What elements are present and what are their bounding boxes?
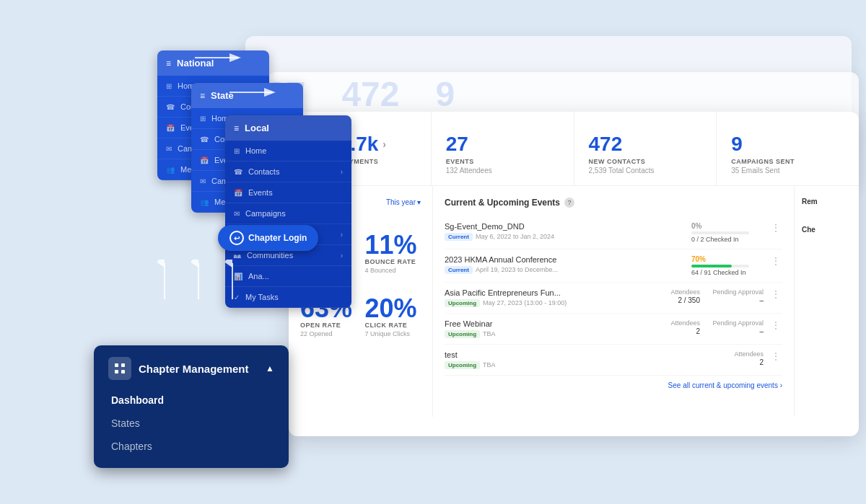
up-arrow-1 [157,260,172,303]
chevron-right-icon: › [382,139,386,150]
event-row: Sg-Event_Demo_DND Current May 6, 2022 to… [445,216,782,249]
calendar-icon: 📅 [234,189,242,197]
menu-icon: ≡ [200,91,205,101]
reminder-section: Rem Che [794,186,859,417]
event-row: 2023 HKMA Annual Conference Current Apri… [445,249,782,283]
sidebar-local-contacts[interactable]: ☎ Contacts › [225,162,351,182]
metric-click-rate: 20% CLICK RATE 7 Unique Clicks [365,296,421,337]
svg-rect-3 [121,370,125,373]
chapter-management-panel: Chapter Management ▲ Dashboard States Ch… [94,345,289,468]
expand-icon: › [341,231,343,239]
event-menu-button[interactable]: ⋮ [769,350,782,362]
home-icon: ⊞ [166,82,172,90]
sidebar-state-header: ≡ State [191,83,303,108]
campaigns-icon: ✉ [166,145,172,153]
event-menu-button[interactable]: ⋮ [769,288,782,300]
login-icon: ↩ [229,231,244,245]
chapter-mgmt-states[interactable]: States [108,413,274,433]
chapter-login-button[interactable]: ↩ Chapter Login [218,225,318,251]
chapter-mgmt-dashboard[interactable]: Dashboard [108,390,274,410]
sidebar-national-header: ≡ National [157,50,269,76]
help-icon[interactable]: ? [564,198,574,208]
chapter-mgmt-menu: Dashboard States Chapters [108,390,274,456]
contacts-icon: ☎ [234,168,242,176]
stat-events: 27 EVENTS 132 Attendees [432,112,574,185]
sidebar-local-header: ≡ Local [225,115,351,141]
card-bottom: Campaign This year ▾ Summary 35 EMAILS S… [289,186,859,417]
year-filter[interactable]: This year ▾ [386,198,421,206]
sidebar-local-campaigns[interactable]: ✉ Campaigns [225,203,351,224]
svg-rect-0 [115,363,118,367]
menu-icon: ≡ [234,123,239,133]
metric-bounce-rate: 11% BOUNCE RATE 4 Bounced [365,232,421,274]
events-section: Current & Upcoming Events ? Sg-Event_Dem… [433,186,794,417]
collapse-icon[interactable]: ▲ [266,363,274,373]
sidebar-local-analytics[interactable]: 📊 Ana... [225,266,351,287]
event-menu-button[interactable]: ⋮ [769,255,782,267]
home-icon: ⊞ [234,147,240,155]
sidebar-local-mytasks[interactable]: ✓ My Tasks [225,287,351,308]
sidebar-local: ≡ Local ⊞ Home ☎ Contacts › 📅 Events ✉ C… [225,115,351,308]
expand-icon: › [341,252,343,260]
analytics-icon: 📊 [234,273,242,280]
chapter-mgmt-header: Chapter Management ▲ [108,357,274,380]
contacts-icon: ☎ [166,103,175,111]
chevron-down-icon: ▾ [417,198,421,206]
stat-campaigns: 9 CAMPAIGNS SENT 35 Emails Sent [717,112,859,185]
event-row: test Upcoming TBA Attendees 2 ⋮ [445,345,782,376]
stat-contacts: 472 NEW CONTACTS 2,539 Total Contacts [574,112,717,185]
svg-rect-2 [115,370,118,373]
chapter-mgmt-icon [108,357,131,380]
see-all-events-link[interactable]: See all current & upcoming events › [445,381,782,389]
chapter-mgmt-chapters[interactable]: Chapters [108,436,274,456]
event-row: Free Webinar Upcoming TBA Attendees 2 Pe… [445,314,782,345]
stats-row: APPROX. S$16.7k › VALUE OF PAYMENTS 27 E… [289,112,859,186]
expand-icon: › [341,168,343,176]
home-icon: ⊞ [200,115,206,123]
communities-icon: 🏘 [234,252,241,260]
campaigns-icon: ✉ [234,210,240,218]
contacts-icon: ☎ [200,136,209,143]
menu-icon: ≡ [166,58,171,68]
calendar-icon: 📅 [200,156,209,164]
members-icon: 👥 [200,198,209,206]
main-dashboard-card: APPROX. S$16.7k › VALUE OF PAYMENTS 27 E… [289,112,859,436]
sidebar-local-events[interactable]: 📅 Events [225,182,351,203]
svg-rect-1 [121,363,125,367]
sidebar-local-home[interactable]: ⊞ Home [225,141,351,162]
event-row: Asia Pacific Entrepreneurs Fun... Upcomi… [445,283,782,314]
event-menu-button[interactable]: ⋮ [769,319,782,331]
tasks-icon: ✓ [234,293,240,301]
event-menu-button[interactable]: ⋮ [769,222,782,234]
calendar-icon: 📅 [166,124,175,132]
members-icon: 👥 [166,166,175,174]
up-arrow-2 [191,260,206,303]
campaigns-icon: ✉ [200,177,206,185]
events-header: Current & Upcoming Events ? [445,198,782,208]
